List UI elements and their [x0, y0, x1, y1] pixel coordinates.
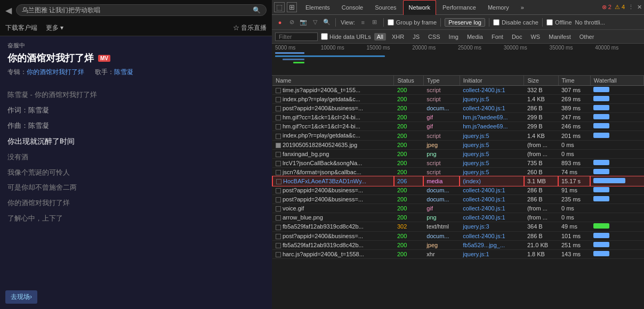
- table-row[interactable]: post?appid=2400&business=... 200 docum..…: [272, 195, 644, 204]
- table-row[interactable]: index.php?r=play/getdata&c... 200 script…: [272, 95, 644, 104]
- row-initiator[interactable]: collect-2400.js:1: [460, 213, 524, 222]
- artist-link[interactable]: 陈雪凝: [114, 68, 133, 76]
- throttle-label[interactable]: No throttli...: [575, 19, 605, 26]
- view-grid-icon[interactable]: ⊞: [370, 18, 380, 27]
- search-icon[interactable]: 🔍: [253, 6, 261, 14]
- inspect-icon[interactable]: ⬚: [274, 2, 285, 12]
- table-row[interactable]: lrcV1?jsonCallBack&songNa... 200 script …: [272, 158, 644, 167]
- album-link[interactable]: 你的酒馆对我打了烊: [27, 68, 84, 76]
- col-header-type[interactable]: Type: [423, 76, 460, 86]
- row-initiator[interactable]: (index): [460, 176, 524, 185]
- filter-img[interactable]: Img: [446, 33, 461, 40]
- row-name[interactable]: time.js?appid=2400&_t=155...: [272, 86, 394, 95]
- filter-ws[interactable]: WS: [528, 33, 543, 40]
- table-row[interactable]: 20190505182840524635.jpg 200 jpeg jquery…: [272, 140, 644, 149]
- initiator-link[interactable]: hm.js?aedee69...: [463, 114, 508, 120]
- filter-xhr[interactable]: XHR: [389, 33, 407, 40]
- tab-performance[interactable]: Performance: [437, 0, 481, 15]
- row-name[interactable]: fb5a529faf12ab9319cd8c42b...: [272, 222, 394, 231]
- table-row[interactable]: arrow_blue.png 200 png collect-2400.js:1…: [272, 213, 644, 222]
- row-initiator[interactable]: collect-2400.js:1: [460, 86, 524, 95]
- preserve-log-button[interactable]: Preserve log: [445, 18, 485, 27]
- group-by-frame-checkbox[interactable]: [388, 19, 394, 26]
- row-initiator[interactable]: jquery.js:5: [460, 158, 524, 167]
- offline-checkbox[interactable]: [546, 19, 553, 26]
- row-initiator[interactable]: jquery.js:5: [460, 95, 524, 104]
- disable-cache-checkbox[interactable]: [493, 19, 500, 26]
- table-row[interactable]: fb5a529faf12ab9319cd8c42b... 302 text/ht…: [272, 222, 644, 231]
- filter-input[interactable]: [275, 32, 318, 41]
- row-initiator[interactable]: fb5a529...jpg_...: [460, 240, 524, 249]
- back-icon[interactable]: ◀: [5, 5, 12, 15]
- table-row[interactable]: harc.js?appid=2400&_t=1558... 200 xhr jq…: [272, 249, 644, 258]
- network-table-container[interactable]: Name Status Type Initiator Size Time Wat…: [272, 76, 644, 309]
- row-name[interactable]: fb5a529faf12ab9319cd8c42b...: [272, 240, 394, 249]
- initiator-link[interactable]: jquery.js:5: [463, 142, 489, 148]
- initiator-link[interactable]: collect-2400.js:1: [463, 233, 505, 239]
- row-name[interactable]: post?appid=2400&business=...: [272, 186, 394, 195]
- row-initiator[interactable]: collect-2400.js:1: [460, 104, 524, 113]
- row-initiator[interactable]: jquery.js:5: [460, 149, 524, 158]
- table-row[interactable]: post?appid=2400&business=... 200 docum..…: [272, 104, 644, 113]
- row-name[interactable]: fanxingad_bg.png: [272, 149, 394, 158]
- row-name[interactable]: jscn?&format=jsonp&callbac...: [272, 167, 394, 176]
- row-name[interactable]: hm.gif?cc=1&ck=1&cl=24-bi...: [272, 113, 394, 122]
- row-initiator[interactable]: jquery.js:5: [460, 140, 524, 149]
- col-header-name[interactable]: Name: [272, 76, 394, 86]
- filter-css[interactable]: CSS: [425, 33, 443, 40]
- initiator-link[interactable]: jquery.js:5: [463, 133, 489, 139]
- col-header-waterfall[interactable]: Waterfall: [590, 76, 643, 86]
- row-initiator[interactable]: hm.js?aedee69...: [460, 122, 524, 131]
- row-initiator[interactable]: jquery.js:3: [460, 222, 524, 231]
- view-list-icon[interactable]: ≡: [358, 18, 368, 27]
- filter-js[interactable]: JS: [410, 33, 422, 40]
- filter-all[interactable]: All: [374, 33, 386, 40]
- row-name[interactable]: voice.gif: [272, 204, 394, 213]
- row-initiator[interactable]: jquery.js:1: [460, 249, 524, 258]
- table-row[interactable]: hm.gif?cc=1&ck=1&cl=24-bi... 200 gif hm.…: [272, 122, 644, 131]
- col-header-time[interactable]: Time: [558, 76, 590, 86]
- initiator-link[interactable]: jquery.js:1: [463, 251, 489, 257]
- initiator-link[interactable]: collect-2400.js:1: [463, 187, 505, 193]
- nav-download[interactable]: 下载客户端: [5, 23, 37, 32]
- initiator-link[interactable]: (index): [463, 178, 481, 184]
- group-by-frame-label[interactable]: Group by frame: [388, 19, 437, 26]
- initiator-link[interactable]: fb5a529...jpg_...: [463, 242, 505, 248]
- table-row[interactable]: post?appid=2400&business=... 200 docum..…: [272, 186, 644, 195]
- initiator-link[interactable]: jquery.js:3: [463, 223, 489, 230]
- row-name[interactable]: arrow_blue.png: [272, 213, 394, 222]
- tab-more[interactable]: »: [516, 0, 529, 15]
- live-button[interactable]: ☆ 音乐直播: [233, 23, 267, 32]
- filter-media[interactable]: Media: [464, 33, 486, 40]
- initiator-link[interactable]: collect-2400.js:1: [463, 205, 505, 212]
- table-row[interactable]: post?appid=2400&business=... 200 docum..…: [272, 231, 644, 240]
- table-row[interactable]: jscn?&format=jsonp&callbac... 200 script…: [272, 167, 644, 176]
- col-header-size[interactable]: Size: [524, 76, 558, 86]
- row-initiator[interactable]: jquery.js:5: [460, 131, 524, 140]
- filter-toggle[interactable]: ▽: [310, 18, 320, 27]
- filter-manifest[interactable]: Manifest: [546, 33, 574, 40]
- initiator-link[interactable]: jquery.js:5: [463, 151, 489, 157]
- row-name[interactable]: harc.js?appid=2400&_t=1558...: [272, 249, 394, 258]
- row-initiator[interactable]: collect-2400.js:1: [460, 204, 524, 213]
- tab-memory[interactable]: Memory: [482, 0, 514, 15]
- row-name[interactable]: lrcV1?jsonCallBack&songNa...: [272, 158, 394, 167]
- tab-console[interactable]: Console: [336, 0, 368, 15]
- disable-cache-label[interactable]: Disable cache: [493, 19, 538, 26]
- row-name[interactable]: index.php?r=play/getdata&c...: [272, 95, 394, 104]
- search-button[interactable]: 🔍: [322, 18, 332, 27]
- table-row[interactable]: time.js?appid=2400&_t=155... 200 script …: [272, 86, 644, 95]
- row-initiator[interactable]: collect-2400.js:1: [460, 231, 524, 240]
- initiator-link[interactable]: collect-2400.js:1: [463, 214, 505, 221]
- row-name[interactable]: hm.gif?cc=1&ck=1&cl=24-bi...: [272, 122, 394, 131]
- clear-button[interactable]: ⊘: [287, 18, 296, 27]
- mv-badge[interactable]: MV: [98, 55, 110, 62]
- col-header-initiator[interactable]: Initiator: [460, 76, 524, 86]
- initiator-link[interactable]: jquery.js:5: [463, 96, 489, 102]
- row-name[interactable]: index.php?r=play/getdata&c...: [272, 131, 394, 140]
- table-row[interactable]: voice.gif 200 gif collect-2400.js:1 (fro…: [272, 204, 644, 213]
- tab-sources[interactable]: Sources: [369, 0, 401, 15]
- col-header-status[interactable]: Status: [394, 76, 423, 86]
- row-name[interactable]: HocBAFxLAoeAT3BzAD1nWy...: [272, 176, 394, 185]
- initiator-link[interactable]: collect-2400.js:1: [463, 105, 505, 111]
